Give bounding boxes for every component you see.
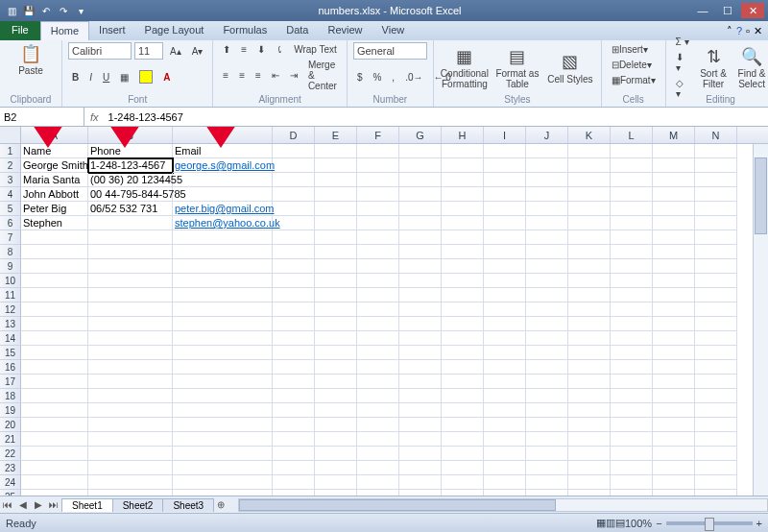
cell[interactable]: [568, 346, 611, 360]
cell[interactable]: [695, 230, 737, 245]
qat-dropdown-icon[interactable]: ▾: [73, 3, 88, 18]
cell[interactable]: [695, 461, 737, 475]
maximize-button[interactable]: ☐: [716, 3, 739, 18]
cell[interactable]: [484, 490, 526, 496]
cell[interactable]: [315, 230, 357, 245]
cell[interactable]: [399, 389, 442, 403]
cell[interactable]: [611, 202, 653, 216]
cell[interactable]: [653, 331, 695, 346]
cell[interactable]: [695, 158, 737, 173]
cell[interactable]: [568, 360, 611, 375]
cell[interactable]: [484, 158, 526, 173]
column-header[interactable]: D: [273, 127, 315, 143]
cell[interactable]: [399, 245, 442, 259]
cell[interactable]: [484, 461, 526, 475]
sort-filter-button[interactable]: ⇅Sort & Filter: [696, 45, 732, 89]
cell[interactable]: [611, 403, 653, 418]
cell[interactable]: [357, 375, 399, 389]
cell[interactable]: [653, 447, 695, 461]
cell[interactable]: [611, 259, 653, 274]
cell[interactable]: Maria Santa: [21, 173, 88, 187]
cell[interactable]: [568, 490, 611, 496]
row-header[interactable]: 2: [0, 158, 21, 173]
cell[interactable]: [273, 288, 315, 302]
cell[interactable]: [568, 173, 611, 187]
cell[interactable]: [273, 403, 315, 418]
row-header[interactable]: 10: [0, 274, 21, 288]
cell[interactable]: [399, 230, 442, 245]
cell[interactable]: [653, 245, 695, 259]
cell[interactable]: [21, 461, 88, 475]
tab-formulas[interactable]: Formulas: [213, 21, 276, 40]
row-header[interactable]: 3: [0, 173, 21, 187]
cell[interactable]: [653, 144, 695, 158]
cell[interactable]: [442, 346, 484, 360]
cell[interactable]: [653, 360, 695, 375]
cell[interactable]: [21, 389, 88, 403]
row-header[interactable]: 16: [0, 360, 21, 375]
cell[interactable]: [442, 475, 484, 490]
cell[interactable]: [442, 317, 484, 331]
cell[interactable]: [526, 447, 568, 461]
cell[interactable]: [399, 158, 442, 173]
cell[interactable]: [357, 158, 399, 173]
cell[interactable]: [357, 288, 399, 302]
cell[interactable]: [315, 317, 357, 331]
cell[interactable]: [526, 360, 568, 375]
cell[interactable]: [526, 288, 568, 302]
cell[interactable]: [315, 187, 357, 202]
cell[interactable]: [442, 245, 484, 259]
cell[interactable]: 06/52 532 731: [88, 202, 173, 216]
cell[interactable]: [399, 403, 442, 418]
fx-icon[interactable]: fx: [84, 111, 105, 123]
cell[interactable]: [399, 317, 442, 331]
cell[interactable]: [357, 245, 399, 259]
cell[interactable]: [442, 490, 484, 496]
cell[interactable]: (00 36) 20 1234455: [88, 173, 173, 187]
cell[interactable]: [526, 418, 568, 432]
cell[interactable]: [484, 346, 526, 360]
decrease-indent-icon[interactable]: ⇤: [268, 68, 283, 83]
row-header[interactable]: 15: [0, 346, 21, 360]
cell[interactable]: [88, 346, 173, 360]
cell[interactable]: [273, 331, 315, 346]
column-header[interactable]: H: [442, 127, 484, 143]
horizontal-scrollbar[interactable]: [238, 498, 768, 512]
cell[interactable]: [357, 346, 399, 360]
cell[interactable]: [88, 418, 173, 432]
cell[interactable]: [484, 274, 526, 288]
cell[interactable]: [273, 144, 315, 158]
cell[interactable]: [88, 245, 173, 259]
cell[interactable]: [21, 346, 88, 360]
align-middle-icon[interactable]: ≡: [237, 42, 251, 57]
cell[interactable]: [315, 302, 357, 317]
cell[interactable]: [88, 490, 173, 496]
cell[interactable]: [357, 259, 399, 274]
cell[interactable]: [442, 158, 484, 173]
cell[interactable]: [399, 259, 442, 274]
undo-icon[interactable]: ↶: [38, 3, 54, 18]
sheet-nav-prev-icon[interactable]: ◀: [15, 499, 31, 510]
cell[interactable]: [399, 490, 442, 496]
cell[interactable]: [88, 432, 173, 447]
tab-page-layout[interactable]: Page Layout: [135, 21, 214, 40]
cell[interactable]: [526, 475, 568, 490]
cell[interactable]: [21, 447, 88, 461]
row-header[interactable]: 23: [0, 461, 21, 475]
cell[interactable]: [526, 346, 568, 360]
cell[interactable]: [695, 144, 737, 158]
row-header[interactable]: 1: [0, 144, 21, 158]
cell[interactable]: [442, 216, 484, 230]
column-header[interactable]: G: [399, 127, 442, 143]
cell[interactable]: [568, 403, 611, 418]
cell[interactable]: [315, 432, 357, 447]
cell[interactable]: [568, 331, 611, 346]
cell[interactable]: [568, 375, 611, 389]
cell[interactable]: [484, 187, 526, 202]
increase-decimal-icon[interactable]: .0→: [401, 70, 426, 85]
cell[interactable]: [21, 288, 88, 302]
cell[interactable]: [653, 317, 695, 331]
cell[interactable]: [484, 288, 526, 302]
cell[interactable]: [173, 418, 273, 432]
tab-view[interactable]: View: [372, 21, 415, 40]
